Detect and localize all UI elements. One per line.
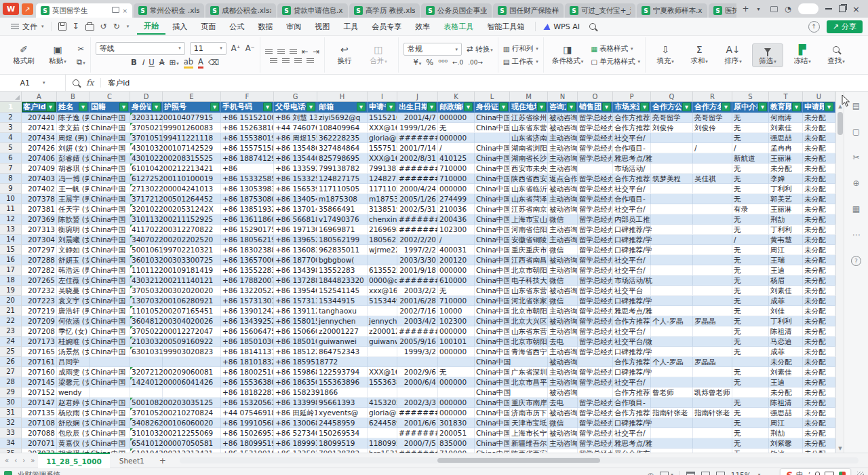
- cell[interactable]: China中国: [90, 204, 130, 214]
- cell[interactable]: 社交平台/: [613, 184, 651, 194]
- close-button[interactable]: ×: [852, 4, 860, 14]
- cell[interactable]: [368, 357, 397, 367]
- cell[interactable]: 无: [732, 255, 769, 265]
- cell[interactable]: 主动咨询: [548, 438, 578, 449]
- cell[interactable]: 未分配: [803, 306, 835, 316]
- table-header-cell[interactable]: 身份证号▼: [130, 102, 163, 113]
- cell[interactable]: China中国: [475, 184, 510, 194]
- cell[interactable]: 207219: [22, 306, 57, 316]
- cell[interactable]: China中国: [90, 367, 130, 377]
- menu-item[interactable]: 插入: [165, 20, 194, 34]
- cell[interactable]: 207145: [22, 377, 57, 387]
- cell[interactable]: 主动咨询: [548, 194, 578, 204]
- cell[interactable]: China中国: [475, 347, 510, 357]
- cell[interactable]: China中国: [475, 174, 510, 184]
- name-box[interactable]: A1 ▾: [0, 75, 66, 91]
- cell[interactable]: +86 15332585: [221, 174, 274, 184]
- cell[interactable]: +86 18101832: [221, 357, 274, 367]
- cell[interactable]: China中国: [90, 306, 130, 316]
- find-button[interactable]: 查找▾: [821, 44, 851, 66]
- cell[interactable]: 310103200212255069: [130, 428, 163, 438]
- cell[interactable]: [651, 204, 693, 214]
- save-icon[interactable]: [58, 22, 66, 31]
- cell[interactable]: 无: [732, 347, 769, 357]
- last-sheet-icon[interactable]: »: [28, 457, 37, 464]
- select-all-corner[interactable]: [0, 92, 22, 102]
- cell[interactable]: 主动咨询: [548, 265, 578, 276]
- cell[interactable]: 207161: [22, 357, 57, 367]
- quick-access-chevron-icon[interactable]: ▾: [127, 24, 130, 29]
- cell[interactable]: 未分配: [803, 143, 835, 153]
- cell[interactable]: 北京市昌平: [510, 377, 548, 387]
- format-painter-button[interactable]: ✐ 格式刷: [9, 44, 39, 66]
- cell[interactable]: 留学总经办: [578, 123, 613, 133]
- cell[interactable]: 衡琬明 (女: [57, 225, 90, 235]
- cell[interactable]: 210036: [438, 204, 475, 214]
- cell[interactable]: 未分配: [803, 133, 835, 143]
- cell[interactable]: 110105200207165451: [130, 306, 163, 316]
- table-header-cell[interactable]: 申请顾问▼: [803, 102, 835, 113]
- font-size-select[interactable]: 11▾: [190, 42, 226, 55]
- cell[interactable]: 207108: [22, 418, 57, 428]
- cell[interactable]: 108409964: [317, 123, 368, 133]
- cell[interactable]: 留学总经办: [578, 265, 613, 276]
- cell[interactable]: +86 19910568: [221, 418, 274, 428]
- filter-dropdown-button[interactable]: ▼: [567, 102, 576, 111]
- row-header[interactable]: 4: [0, 133, 22, 143]
- cell[interactable]: 北京大兴区: [510, 316, 548, 326]
- cell[interactable]: China中国: [90, 316, 130, 326]
- cell[interactable]: 799138782: [368, 164, 397, 174]
- cell[interactable]: 口碑推荐/学: [613, 418, 651, 428]
- file-menu[interactable]: 文件 ▾: [5, 22, 50, 32]
- cell[interactable]: 合作方推荐: [613, 357, 651, 367]
- cell[interactable]: 左佳薇 (女: [57, 276, 90, 286]
- decrease-indent-icon[interactable]: ⇤: [302, 47, 309, 56]
- cell[interactable]: [397, 357, 438, 367]
- cell[interactable]: 15344915: [317, 296, 368, 306]
- cell[interactable]: 李婵: [769, 174, 803, 184]
- cell[interactable]: 000000: [438, 113, 475, 123]
- cell[interactable]: 200120: [438, 255, 475, 265]
- cell[interactable]: 155363896: [368, 377, 397, 387]
- cell[interactable]: 陕西省西安: [510, 174, 548, 184]
- cell[interactable]: 207381: [22, 204, 57, 214]
- cell[interactable]: z20001227: [368, 326, 397, 337]
- cell[interactable]: 207421: [22, 123, 57, 133]
- cell[interactable]: 430321200211140121: [130, 276, 163, 286]
- cell[interactable]: 370502199901260083: [130, 123, 163, 133]
- cell[interactable]: 未分配: [803, 337, 835, 347]
- docer-icon[interactable]: ↗: [22, 3, 33, 15]
- cell[interactable]: +86: [221, 164, 274, 174]
- cell[interactable]: 124827175: [368, 174, 397, 184]
- cell[interactable]: [651, 214, 693, 225]
- cell[interactable]: 430103200107142529: [130, 143, 163, 153]
- file-tab[interactable]: S成都公积金.xlsx: [205, 3, 276, 18]
- cell[interactable]: m1875308: [368, 194, 397, 204]
- row-header[interactable]: 35: [0, 449, 22, 453]
- cell[interactable]: 合作项目-: [613, 143, 651, 153]
- cell[interactable]: 360481200304020026: [130, 316, 163, 326]
- eye-protection-icon[interactable]: ◎: [648, 471, 654, 475]
- cell[interactable]: China中国: [90, 265, 130, 276]
- justify-icon[interactable]: [307, 58, 314, 64]
- cell[interactable]: 刘紫馨: [769, 438, 803, 449]
- cell[interactable]: China中国: [475, 418, 510, 428]
- row-header[interactable]: 2: [0, 113, 22, 123]
- cell[interactable]: [693, 153, 732, 164]
- file-tab[interactable]: S宁夏教师样本.xlsx: [637, 3, 707, 18]
- cell[interactable]: [693, 214, 732, 225]
- worksheet-button[interactable]: ▤ 工作表▾: [503, 57, 538, 66]
- cell[interactable]: 24458959: [317, 418, 368, 428]
- cell[interactable]: +86 1300682663: [274, 418, 317, 428]
- cell[interactable]: 122593794: [317, 367, 368, 377]
- cell[interactable]: [368, 255, 397, 265]
- cell[interactable]: +86 15319918: [221, 449, 274, 453]
- cell[interactable]: 社交平台/: [613, 255, 651, 265]
- cell[interactable]: 河北省张家: [510, 296, 548, 306]
- cell[interactable]: 142401200006041426: [130, 377, 163, 387]
- cell[interactable]: 罗晶晶: [693, 316, 732, 326]
- cell[interactable]: 无: [438, 123, 475, 133]
- cell[interactable]: 被动咨询: [548, 387, 578, 398]
- comma-style-icon[interactable]: ⁰⁰⁰: [438, 58, 448, 67]
- column-header[interactable]: H: [317, 92, 368, 102]
